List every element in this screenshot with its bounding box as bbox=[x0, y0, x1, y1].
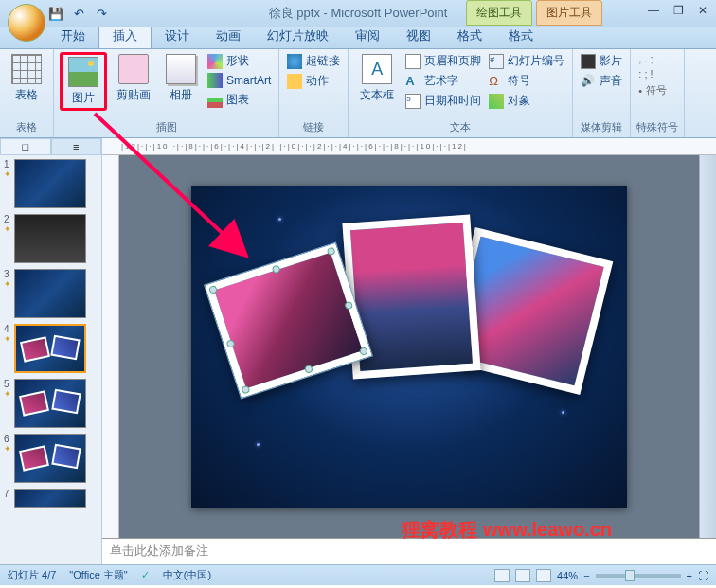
insert-clipart-button[interactable]: 剪贴画 bbox=[111, 52, 156, 105]
zoom-slider[interactable] bbox=[596, 574, 681, 578]
symbol-button[interactable]: Ω符号 bbox=[487, 72, 566, 90]
sound-button[interactable]: 🔊声音 bbox=[579, 72, 624, 90]
zoom-out-button[interactable]: − bbox=[583, 570, 589, 581]
normal-view-button[interactable] bbox=[494, 569, 510, 582]
vertical-ruler bbox=[102, 155, 119, 538]
save-button[interactable]: 💾 bbox=[45, 3, 66, 24]
wordart-icon: A bbox=[405, 74, 421, 89]
movie-button[interactable]: 影片 bbox=[579, 52, 624, 70]
thumb-7[interactable]: 7 bbox=[4, 489, 98, 508]
picture-label: 图片 bbox=[72, 90, 95, 106]
insert-smartart-button[interactable]: SmartArt bbox=[206, 72, 273, 89]
tab-slideshow[interactable]: 幻灯片放映 bbox=[254, 24, 342, 48]
hyperlink-button[interactable]: 超链接 bbox=[285, 52, 342, 70]
current-slide[interactable] bbox=[191, 186, 627, 508]
insert-album-button[interactable]: 相册 bbox=[160, 52, 202, 105]
insert-shapes-button[interactable]: 形状 bbox=[206, 52, 273, 70]
textbox-button[interactable]: A 文本框 bbox=[354, 52, 400, 105]
date-label: 日期和时间 bbox=[424, 93, 481, 109]
date-icon: 5 bbox=[405, 94, 421, 109]
office-button[interactable] bbox=[8, 4, 45, 42]
tab-view[interactable]: 视图 bbox=[393, 24, 444, 48]
tab-insert[interactable]: 插入 bbox=[98, 23, 152, 48]
slide-indicator: 幻灯片 4/7 bbox=[8, 568, 56, 582]
ribbon: 表格 表格 图片 剪贴画 相册 形状 SmartArt 图表 插 bbox=[0, 49, 716, 138]
tab-home[interactable]: 开始 bbox=[47, 24, 98, 48]
thumb-3[interactable]: 3✦ bbox=[4, 269, 98, 318]
hyperlink-icon bbox=[287, 54, 302, 69]
ribbon-tabs: 开始 插入 设计 动画 幻灯片放映 审阅 视图 格式 格式 bbox=[0, 27, 716, 49]
zoom-in-button[interactable]: + bbox=[687, 570, 692, 581]
datetime-button[interactable]: 5日期和时间 bbox=[403, 92, 483, 110]
textbox-label: 文本框 bbox=[360, 87, 394, 103]
tab-format-picture[interactable]: 格式 bbox=[495, 24, 546, 48]
wordart-label: 艺术字 bbox=[424, 73, 458, 89]
action-button[interactable]: 动作 bbox=[285, 72, 342, 90]
special-symbols-button[interactable]: • 符号 bbox=[636, 82, 669, 98]
status-bar: 幻灯片 4/7 "Office 主题" ✓ 中文(中国) 44% − + ⛶ bbox=[0, 564, 716, 585]
chart-label: 图表 bbox=[226, 92, 249, 108]
group-tables: 表格 表格 bbox=[0, 49, 54, 137]
group-text-label: 文本 bbox=[354, 118, 566, 136]
thumb-6[interactable]: 6✦ bbox=[4, 434, 98, 483]
wordart-button[interactable]: A艺术字 bbox=[403, 72, 483, 90]
slide-number-button[interactable]: #幻灯片编号 bbox=[487, 52, 566, 70]
undo-button[interactable]: ↶ bbox=[68, 3, 89, 24]
group-special: , . ; : ; ! • 符号 特殊符号 bbox=[631, 49, 685, 137]
textbox-icon: A bbox=[362, 54, 392, 84]
title-bar: 💾 ↶ ↷ 徐良.pptx - Microsoft PowerPoint 绘图工… bbox=[0, 0, 716, 27]
object-button[interactable]: 对象 bbox=[487, 92, 566, 110]
thumb-2[interactable]: 2✦ bbox=[4, 214, 98, 263]
language-indicator[interactable]: 中文(中国) bbox=[163, 568, 211, 582]
header-icon bbox=[405, 54, 421, 69]
horizontal-ruler: |12|·|·|10|·|·|8|·|·|6|·|·|4|·|·|2|·|·|0… bbox=[102, 138, 716, 155]
insert-picture-button[interactable]: 图片 bbox=[60, 52, 107, 111]
insert-chart-button[interactable]: 图表 bbox=[206, 91, 273, 109]
thumb-1[interactable]: 1✦ bbox=[4, 159, 98, 208]
insert-table-button[interactable]: 表格 bbox=[6, 52, 47, 105]
chart-icon bbox=[207, 93, 223, 108]
vertical-scrollbar[interactable] bbox=[699, 155, 716, 538]
special-colons: : ; ! bbox=[636, 67, 669, 80]
watermark-text: 狸窝教程 www.leawo.cn bbox=[402, 517, 612, 543]
sorter-view-button[interactable] bbox=[515, 569, 530, 582]
thumb-5[interactable]: 5✦ bbox=[4, 379, 98, 428]
slide-canvas[interactable] bbox=[119, 155, 699, 538]
group-illustrations: 图片 剪贴画 相册 形状 SmartArt 图表 插图 bbox=[54, 49, 279, 137]
symbol-label: 符号 bbox=[508, 73, 530, 89]
outline-tab[interactable]: ≡ bbox=[51, 138, 102, 155]
thumb-4[interactable]: 4✦ bbox=[4, 324, 98, 373]
tab-design[interactable]: 设计 bbox=[152, 24, 203, 48]
group-links: 超链接 动作 链接 bbox=[279, 49, 349, 137]
tab-format-drawing[interactable]: 格式 bbox=[444, 24, 495, 48]
table-label: 表格 bbox=[15, 87, 38, 103]
redo-button[interactable]: ↷ bbox=[91, 3, 112, 24]
clipart-label: 剪贴画 bbox=[116, 87, 151, 103]
object-icon bbox=[489, 94, 504, 109]
thumbnail-list: 1✦ 2✦ 3✦ 4✦ 5✦ 6✦ 7 bbox=[0, 155, 101, 517]
close-button[interactable]: ✕ bbox=[693, 2, 712, 19]
group-tables-label: 表格 bbox=[6, 118, 47, 136]
slideshow-view-button[interactable] bbox=[536, 569, 551, 582]
header-label: 页眉和页脚 bbox=[424, 53, 481, 69]
window-title: 徐良.pptx - Microsoft PowerPoint bbox=[269, 5, 448, 22]
shapes-icon bbox=[207, 54, 223, 69]
minimize-button[interactable]: — bbox=[644, 2, 663, 19]
movie-label: 影片 bbox=[600, 53, 622, 69]
header-footer-button[interactable]: 页眉和页脚 bbox=[403, 52, 483, 70]
smartart-icon bbox=[207, 73, 223, 88]
tab-animations[interactable]: 动画 bbox=[203, 24, 254, 48]
group-illus-label: 插图 bbox=[60, 118, 273, 136]
tab-review[interactable]: 审阅 bbox=[342, 24, 393, 48]
drawing-tools-tab-header[interactable]: 绘图工具 bbox=[466, 0, 532, 26]
movie-icon bbox=[581, 54, 596, 69]
restore-button[interactable]: ❐ bbox=[669, 2, 688, 19]
quick-access-toolbar: 💾 ↶ ↷ bbox=[45, 3, 112, 24]
clipart-icon bbox=[118, 54, 149, 84]
table-icon bbox=[11, 54, 42, 84]
group-text: A 文本框 页眉和页脚 A艺术字 5日期和时间 #幻灯片编号 Ω符号 对象 文本 bbox=[349, 49, 573, 137]
spellcheck-icon[interactable]: ✓ bbox=[141, 569, 150, 581]
slides-tab[interactable]: □ bbox=[0, 138, 51, 155]
fit-button[interactable]: ⛶ bbox=[698, 570, 708, 581]
picture-tools-tab-header[interactable]: 图片工具 bbox=[536, 0, 602, 26]
